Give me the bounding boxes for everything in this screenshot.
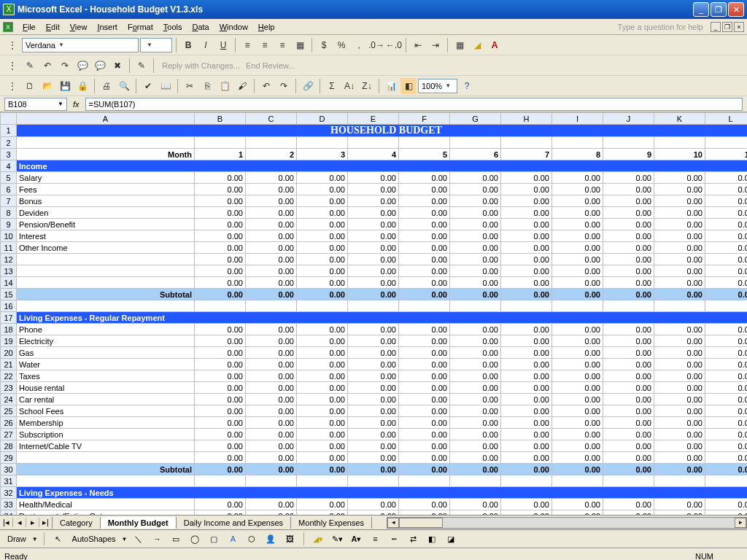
menu-data[interactable]: Data xyxy=(187,21,214,33)
redo-button[interactable]: ↷ xyxy=(276,78,292,94)
section-header[interactable]: Living Expenses - Regular Repayment xyxy=(17,312,748,324)
cell[interactable]: 0.00 xyxy=(450,172,501,184)
cell[interactable]: 0.00 xyxy=(603,499,654,510)
section-header[interactable]: Income xyxy=(17,160,748,172)
row-header-24[interactable]: 24 xyxy=(1,394,17,405)
menu-insert[interactable]: Insert xyxy=(92,21,123,33)
font-color-button[interactable]: A▾ xyxy=(348,531,364,547)
cell[interactable]: 0.00 xyxy=(399,230,450,242)
cell[interactable]: 0.00 xyxy=(297,510,348,516)
row-label[interactable]: House rental xyxy=(17,382,195,394)
cell[interactable]: 0.00 xyxy=(348,219,399,230)
cell[interactable]: 0.00 xyxy=(246,324,297,335)
cell[interactable]: 0.00 xyxy=(552,370,603,382)
select-all-cell[interactable] xyxy=(1,113,17,125)
row-header-8[interactable]: 8 xyxy=(1,207,17,219)
row-header-12[interactable]: 12 xyxy=(1,254,17,265)
cell[interactable]: 0.00 xyxy=(501,510,552,516)
cell[interactable] xyxy=(552,137,603,149)
cell[interactable]: 0.00 xyxy=(348,394,399,405)
cell[interactable]: 0.00 xyxy=(705,429,748,440)
undo-button[interactable]: ↶ xyxy=(258,78,274,94)
cell[interactable]: 0.00 xyxy=(399,195,450,207)
cell[interactable]: 0.00 xyxy=(450,417,501,429)
underline-button[interactable]: U xyxy=(215,37,231,53)
row-header-14[interactable]: 14 xyxy=(1,277,17,289)
col-header-H[interactable]: H xyxy=(501,113,552,125)
cell[interactable]: 0.00 xyxy=(195,242,246,254)
delete-comment-button[interactable]: ✖ xyxy=(109,58,125,74)
cell[interactable] xyxy=(297,300,348,312)
chart-wizard-button[interactable]: 📊 xyxy=(383,78,399,94)
cell[interactable]: 0.00 xyxy=(399,324,450,335)
cell[interactable]: 0.00 xyxy=(603,242,654,254)
cell[interactable]: 0.00 xyxy=(654,254,705,265)
cell[interactable]: 0.00 xyxy=(348,195,399,207)
dash-style-button[interactable]: ┅ xyxy=(386,531,402,547)
cell[interactable]: 0.00 xyxy=(450,277,501,289)
autoshapes-menu[interactable]: AutoShapes xyxy=(69,534,119,543)
cell[interactable]: 0.00 xyxy=(450,382,501,394)
col-header-F[interactable]: F xyxy=(399,113,450,125)
row-header-26[interactable]: 26 xyxy=(1,417,17,429)
cell[interactable]: 0.00 xyxy=(450,195,501,207)
line-style-button[interactable]: ≡ xyxy=(367,531,383,547)
subtotal-label[interactable]: Subtotal xyxy=(17,289,195,300)
oval-button[interactable]: ◯ xyxy=(187,531,203,547)
cell[interactable]: 0.00 xyxy=(195,464,246,475)
percent-button[interactable]: % xyxy=(333,37,349,53)
cell[interactable]: 0.00 xyxy=(399,242,450,254)
cell[interactable]: 0.00 xyxy=(195,405,246,417)
sheet-tab[interactable]: Monthly Expenses xyxy=(290,517,372,529)
tab-nav-next[interactable]: ▸ xyxy=(26,518,39,527)
menu-window[interactable]: Window xyxy=(214,21,253,33)
cell[interactable] xyxy=(501,475,552,487)
cell[interactable]: 0.00 xyxy=(195,195,246,207)
cell[interactable]: 0.00 xyxy=(705,207,748,219)
row-header-10[interactable]: 10 xyxy=(1,230,17,242)
cell[interactable]: 0.00 xyxy=(450,230,501,242)
cell[interactable]: 0.00 xyxy=(348,277,399,289)
cell[interactable]: 0.00 xyxy=(552,195,603,207)
cell[interactable]: 0.00 xyxy=(552,254,603,265)
cell[interactable]: 0.00 xyxy=(348,405,399,417)
cell[interactable]: 0.00 xyxy=(654,452,705,464)
cell[interactable]: 0.00 xyxy=(246,429,297,440)
cell[interactable]: 0.00 xyxy=(297,335,348,347)
spelling-button[interactable]: ✔ xyxy=(140,78,156,94)
cell[interactable] xyxy=(705,475,748,487)
cell[interactable]: 0.00 xyxy=(654,172,705,184)
cell[interactable]: 0.00 xyxy=(654,324,705,335)
cell[interactable]: 0.00 xyxy=(552,452,603,464)
cell[interactable]: 0.00 xyxy=(246,440,297,452)
cell[interactable] xyxy=(399,475,450,487)
cell[interactable]: 0.00 xyxy=(399,265,450,277)
cell[interactable]: 0.00 xyxy=(195,184,246,195)
cell[interactable]: 0.00 xyxy=(399,440,450,452)
cell[interactable] xyxy=(552,300,603,312)
cell[interactable] xyxy=(17,300,195,312)
cell[interactable]: 0.00 xyxy=(297,195,348,207)
row-header-32[interactable]: 32 xyxy=(1,487,17,499)
cell[interactable]: 0.00 xyxy=(246,277,297,289)
month-header[interactable]: 5 xyxy=(399,149,450,160)
cell[interactable]: 0.00 xyxy=(399,464,450,475)
font-color-button[interactable]: A xyxy=(487,37,503,53)
cell[interactable]: 0.00 xyxy=(399,335,450,347)
toolbar-handle-icon[interactable]: ⋮ xyxy=(4,37,20,53)
row-label[interactable]: Restaurants/Eating Out xyxy=(17,510,195,516)
col-header-G[interactable]: G xyxy=(450,113,501,125)
menu-help[interactable]: Help xyxy=(253,21,280,33)
cell[interactable] xyxy=(246,300,297,312)
cell[interactable]: 0.00 xyxy=(501,370,552,382)
cell[interactable]: 0.00 xyxy=(195,499,246,510)
cell[interactable]: 0.00 xyxy=(348,370,399,382)
menu-view[interactable]: View xyxy=(65,21,93,33)
cell[interactable]: 0.00 xyxy=(654,394,705,405)
cell[interactable]: 0.00 xyxy=(297,440,348,452)
cell[interactable]: 0.00 xyxy=(195,265,246,277)
cell[interactable]: 0.00 xyxy=(348,382,399,394)
cell[interactable]: 0.00 xyxy=(348,499,399,510)
cell[interactable]: 0.00 xyxy=(654,242,705,254)
cell[interactable]: 0.00 xyxy=(246,394,297,405)
